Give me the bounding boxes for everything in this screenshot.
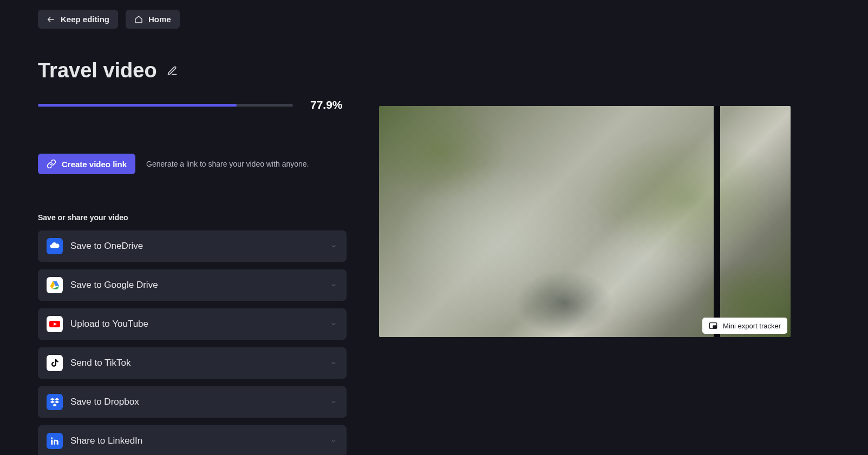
tiktok-icon [47,355,63,371]
svg-rect-2 [51,440,53,445]
chevron-down-icon [330,399,337,405]
keep-editing-button[interactable]: Keep editing [38,10,118,29]
share-item-label: Save to Google Drive [70,280,158,291]
title-row: Travel video [38,59,347,82]
share-list: Save to OneDrive Save to Google Drive [38,230,347,455]
share-item-label: Upload to YouTube [70,319,148,329]
svg-rect-5 [713,326,716,328]
share-linkedin[interactable]: Share to LinkedIn [38,425,347,455]
home-icon [134,15,143,24]
share-item-label: Save to OneDrive [70,241,143,252]
google-drive-icon [47,277,63,293]
chevron-down-icon [330,243,337,249]
preview-scan-bar [714,106,720,337]
export-progress-row: 77.9% [38,98,347,111]
link-icon [47,159,56,169]
progress-track [38,104,293,107]
share-item-label: Share to LinkedIn [70,436,142,446]
chevron-down-icon [330,360,337,366]
edit-title-icon[interactable] [167,65,178,76]
chevron-down-icon [330,282,337,288]
home-label: Home [148,15,171,24]
share-dropbox[interactable]: Save to Dropbox [38,386,347,418]
share-youtube[interactable]: Upload to YouTube [38,308,347,340]
video-preview: Mini export tracker [379,106,791,337]
create-link-description: Generate a link to share your video with… [146,160,309,168]
share-item-label: Send to TikTok [70,358,131,368]
mini-export-tracker-chip[interactable]: Mini export tracker [702,318,787,334]
mini-tracker-label: Mini export tracker [723,322,781,330]
home-button[interactable]: Home [126,10,180,29]
arrow-left-icon [47,15,55,24]
share-google-drive[interactable]: Save to Google Drive [38,269,347,301]
create-link-row: Create video link Generate a link to sha… [38,154,347,174]
youtube-icon [47,316,63,332]
chevron-down-icon [330,438,337,444]
share-section-label: Save or share your video [38,213,347,222]
picture-in-picture-icon [709,321,717,330]
share-onedrive[interactable]: Save to OneDrive [38,230,347,262]
top-nav: Keep editing Home [38,10,347,29]
progress-fill [38,104,237,107]
chevron-down-icon [330,321,337,327]
progress-percentage: 77.9% [310,98,343,111]
linkedin-icon [47,433,63,449]
create-video-link-button[interactable]: Create video link [38,154,135,174]
onedrive-icon [47,238,63,254]
dropbox-icon [47,394,63,410]
project-title: Travel video [38,59,157,82]
svg-point-3 [51,437,53,439]
create-link-label: Create video link [62,160,127,169]
share-tiktok[interactable]: Send to TikTok [38,347,347,379]
share-item-label: Save to Dropbox [70,397,139,407]
keep-editing-label: Keep editing [61,15,109,24]
